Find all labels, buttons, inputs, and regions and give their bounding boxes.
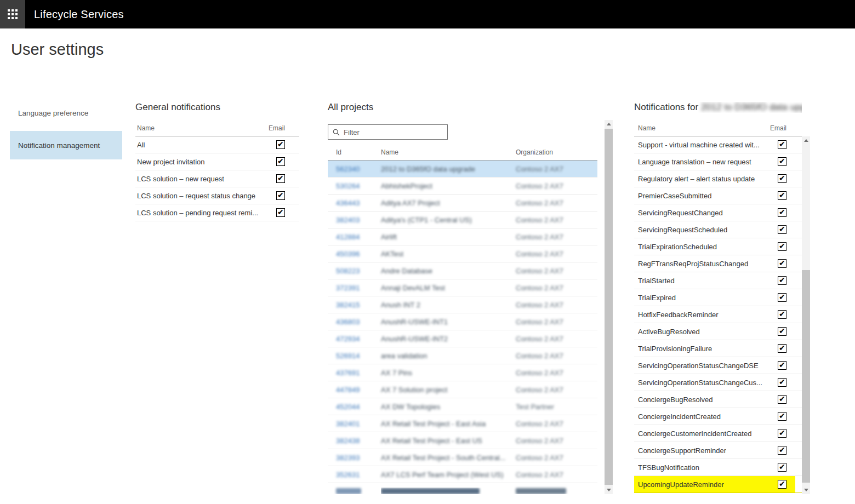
email-checkbox[interactable] — [778, 310, 786, 319]
notification-name: ServicingRequestScheduled — [638, 226, 727, 234]
project-row-partial[interactable] — [328, 483, 597, 494]
project-notification-row: ServicingRequestScheduled — [634, 221, 802, 238]
email-checkbox[interactable] — [276, 140, 285, 149]
email-checkbox[interactable] — [778, 361, 786, 370]
email-checkbox[interactable] — [778, 429, 786, 438]
project-id: 450396 — [328, 250, 381, 258]
project-row[interactable]: 382393 AX Retail Test Project - South Ce… — [328, 449, 597, 466]
project-id: 562340 — [328, 165, 381, 173]
notification-name: ConciergeSupportReminder — [638, 446, 726, 455]
project-row[interactable]: 447849 AX 7 Solution project Contoso 2 A… — [328, 381, 597, 398]
email-checkbox[interactable] — [276, 191, 285, 200]
email-checkbox[interactable] — [276, 174, 285, 183]
general-notifications-header: Name Email — [135, 124, 299, 136]
projects-scrollbar-thumb[interactable] — [605, 129, 613, 485]
filter-input[interactable] — [344, 128, 443, 136]
project-id: 508223 — [328, 267, 381, 275]
app-launcher-button[interactable] — [0, 0, 25, 28]
project-row[interactable]: 450396 AKTest Contoso 2 AX7 — [328, 245, 597, 262]
project-row[interactable]: 372391 Annaji DevALM Test Contoso 2 AX7 — [328, 279, 597, 296]
email-checkbox[interactable] — [778, 480, 786, 489]
email-checkbox[interactable] — [778, 446, 786, 455]
project-id: 437691 — [328, 369, 381, 377]
project-id: 436803 — [328, 318, 381, 326]
notifications-scrollbar[interactable] — [802, 136, 810, 494]
email-checkbox[interactable] — [778, 157, 786, 166]
project-row[interactable]: 436443 Aditya AX7 Project Contoso 2 AX7 — [328, 194, 597, 211]
email-checkbox[interactable] — [778, 208, 786, 217]
app-title: Lifecycle Services — [34, 8, 124, 21]
project-notification-row: ActiveBugResolved — [634, 323, 802, 340]
scroll-down-arrow-icon[interactable] — [605, 486, 613, 494]
notification-name: LCS solution – request status change — [137, 192, 255, 200]
email-checkbox[interactable] — [778, 140, 786, 149]
email-checkbox[interactable] — [276, 157, 285, 166]
general-notification-row: LCS solution – pending request remi... — [135, 204, 299, 221]
email-checkbox[interactable] — [276, 208, 285, 217]
project-id: 382403 — [328, 216, 381, 224]
project-row[interactable]: 472934 AnushR-USWE-INT2 Contoso 2 AX7 — [328, 330, 597, 347]
projects-scrollbar[interactable] — [605, 120, 613, 494]
email-checkbox[interactable] — [778, 225, 786, 234]
notifications-for-label: Notifications for — [634, 102, 701, 112]
email-checkbox[interactable] — [778, 378, 786, 387]
project-organization: Contoso 2 AX7 — [516, 165, 597, 173]
project-row[interactable]: 562340 2012 to D365fO data upgrade Conto… — [328, 161, 597, 177]
project-notification-row: TrialStarted — [634, 272, 802, 289]
project-row[interactable]: 382401 AX Retail Test Project - East Asi… — [328, 415, 597, 432]
email-checkbox[interactable] — [778, 242, 786, 251]
project-organization: Contoso 2 AX7 — [516, 250, 597, 258]
project-row[interactable]: 437691 AX 7 Pins Contoso 2 AX7 — [328, 364, 597, 381]
project-row[interactable]: 452044 AX DW Topologies Test Partner — [328, 398, 597, 415]
email-checkbox[interactable] — [778, 344, 786, 353]
project-row[interactable]: 382415 Anush INT 2 Contoso 2 AX7 — [328, 296, 597, 313]
project-organization: Contoso 2 AX7 — [516, 318, 597, 326]
project-row[interactable]: 508223 Andre Database Contoso 2 AX7 — [328, 262, 597, 279]
project-organization: Contoso 2 AX7 — [516, 471, 597, 479]
project-notifications-title: Notifications for 2012 to D365fO data up… — [634, 102, 802, 113]
project-row[interactable]: 526914 area validation Contoso 2 AX7 — [328, 347, 597, 364]
email-checkbox[interactable] — [778, 174, 786, 183]
scroll-up-arrow-icon[interactable] — [605, 120, 613, 128]
sidebar-item-language-preference[interactable]: Language preference — [10, 99, 122, 127]
project-row[interactable]: 382438 AX Retail Test Project - East US … — [328, 432, 597, 449]
project-notifications-header: Name Email — [634, 124, 802, 136]
sidebar-item-notification-management[interactable]: Notification management — [10, 131, 122, 159]
email-checkbox[interactable] — [778, 259, 786, 268]
project-notification-row: ConciergeSupportReminder — [634, 442, 802, 459]
project-row[interactable]: 530264 AbhishekProject Contoso 2 AX7 — [328, 177, 597, 194]
project-row[interactable]: 382403 Aditya's (CTP1 - Central US) Cont… — [328, 211, 597, 228]
general-notification-row: LCS solution – new request — [135, 170, 299, 187]
email-checkbox[interactable] — [778, 395, 786, 404]
email-checkbox[interactable] — [778, 463, 786, 472]
project-name: Annaji DevALM Test — [381, 284, 516, 292]
sidebar-item-label: Language preference — [18, 109, 88, 117]
project-row[interactable]: 352631 AX7 LCS Perf Team Project (West U… — [328, 466, 597, 483]
project-notification-row: Language translation – new request — [634, 153, 802, 170]
email-checkbox[interactable] — [778, 191, 786, 200]
project-row[interactable]: 436803 AnushR-USWE-INT1 Contoso 2 AX7 — [328, 313, 597, 330]
project-row[interactable]: 412884 Airlift Contoso 2 AX7 — [328, 228, 597, 245]
email-checkbox[interactable] — [778, 412, 786, 421]
general-notifications-panel: General notifications Name Email All New… — [135, 102, 299, 221]
email-checkbox[interactable] — [778, 293, 786, 302]
notifications-scrollbar-thumb[interactable] — [802, 270, 810, 483]
project-name: area validation — [381, 352, 516, 360]
project-name: AnushR-USWE-INT1 — [381, 318, 516, 326]
project-name: AbhishekProject — [381, 182, 516, 190]
email-checkbox[interactable] — [778, 327, 786, 336]
notification-name: All — [137, 141, 145, 149]
general-notifications-list: All New project invitation LCS solution … — [135, 136, 299, 221]
project-organization: Contoso 2 AX7 — [516, 369, 597, 377]
scroll-up-arrow-icon[interactable] — [802, 136, 810, 145]
email-checkbox[interactable] — [778, 276, 786, 285]
column-header-name: Name — [137, 124, 155, 132]
project-name: AX DW Topologies — [381, 403, 516, 411]
project-id: 382393 — [328, 454, 381, 462]
project-name: AX7 LCS Perf Team Project (West US) — [381, 471, 516, 479]
project-name: AX Retail Test Project - East Asia — [381, 420, 516, 428]
project-notification-row: TrialProvisioningFailure — [634, 340, 802, 357]
project-organization: Contoso 2 AX7 — [516, 386, 597, 394]
scroll-down-arrow-icon[interactable] — [802, 486, 810, 494]
column-header-name: Name — [638, 124, 656, 132]
